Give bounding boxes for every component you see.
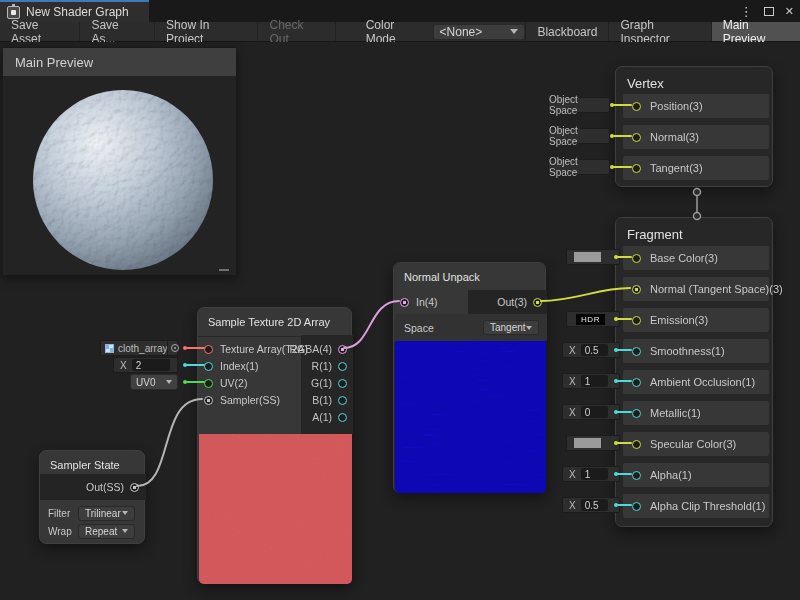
port-label: Smoothness(1) (650, 345, 725, 357)
port-label: Tangent(3) (650, 162, 703, 174)
value-field[interactable]: 0.5 (581, 344, 608, 356)
port-r[interactable] (338, 362, 347, 371)
fragment-row: Metallic(1) (623, 401, 769, 425)
port-label: Ambient Occlusion(1) (650, 376, 755, 388)
port-base-color[interactable] (632, 254, 641, 263)
chevron-down-icon (526, 326, 532, 330)
node-sampler-state[interactable]: Sampler State Out(SS) Filter Trilinear W… (39, 450, 145, 544)
fragment-row: Specular Color(3) (623, 432, 769, 456)
port-tangent[interactable] (632, 164, 641, 173)
node-sample-texture-2d-array[interactable]: Sample Texture 2D Array Texture Array(T2… (197, 307, 352, 584)
main-preview-title: Main Preview (15, 55, 93, 70)
port-label: Position(3) (650, 100, 703, 112)
output-row: B(1) (198, 392, 351, 408)
float-field-smoothness[interactable]: X 0.5 (562, 342, 620, 358)
port-smoothness[interactable] (632, 347, 641, 356)
x-label: X (569, 407, 576, 418)
port-label: In(4) (416, 296, 438, 308)
port-ambient-occlusion[interactable] (632, 378, 641, 387)
port-normal-tangent-space[interactable] (632, 285, 641, 294)
node-fragment[interactable]: Fragment Base Color(3) Normal (Tangent S… (615, 217, 773, 527)
node-title: Sample Texture 2D Array (198, 308, 351, 337)
value-field[interactable]: 0.5 (581, 499, 608, 511)
space-chip-tangent[interactable]: Object Space (548, 159, 610, 175)
port-specular-color[interactable] (632, 440, 641, 449)
space-row: Space Tangent (394, 314, 547, 341)
port-label: A(1) (312, 411, 332, 423)
texture-preview-red (199, 434, 352, 584)
close-icon[interactable]: ✕ (785, 6, 794, 17)
port-label: Out(SS) (86, 481, 124, 493)
color-swatch-base-color[interactable] (566, 249, 620, 265)
check-out-button: Check Out (258, 22, 335, 41)
vertex-row-normal: Normal(3) (623, 125, 769, 149)
space-chip-position[interactable]: Object Space (548, 97, 610, 113)
chevron-down-icon (122, 511, 128, 515)
node-normal-unpack[interactable]: Normal Unpack In(4) Out(3) Space Tangent (393, 262, 546, 493)
color-mode-dropdown[interactable]: <None> (433, 24, 526, 40)
color-mode-value: <None> (440, 25, 483, 39)
port-label: R(1) (312, 360, 332, 372)
maximize-icon[interactable] (764, 7, 774, 16)
value-field[interactable]: 2 (132, 359, 170, 371)
output-row: G(1) (198, 375, 351, 391)
main-preview-button[interactable]: Main Preview (711, 22, 800, 41)
object-picker-icon[interactable] (167, 341, 181, 355)
color-swatch-specular[interactable] (566, 435, 620, 451)
value-field[interactable]: 0 (581, 406, 608, 418)
port-emission[interactable] (632, 316, 641, 325)
value-field[interactable]: 1 (581, 468, 608, 480)
show-in-project-button[interactable]: Show In Project (155, 22, 258, 41)
texture-object-field[interactable]: cloth_array (100, 340, 178, 356)
wrap-dropdown[interactable]: Repeat (78, 524, 135, 539)
uv-channel-dropdown[interactable]: UV0 (130, 374, 178, 390)
resize-handle[interactable] (219, 269, 229, 271)
chevron-down-icon (122, 529, 128, 533)
main-preview-header[interactable]: Main Preview (3, 48, 236, 76)
node-title: Normal Unpack (394, 263, 545, 290)
port-normal[interactable] (632, 133, 641, 142)
filter-dropdown[interactable]: Trilinear (78, 506, 135, 521)
port-in[interactable] (400, 298, 409, 307)
port-out[interactable] (533, 298, 542, 307)
more-menu-icon[interactable]: ⋮ (740, 5, 753, 18)
port-alpha-clip-threshold[interactable] (632, 502, 641, 511)
node-vertex[interactable]: Vertex Position(3) Normal(3) Tangent(3) (615, 66, 773, 187)
port-out-ss[interactable] (130, 483, 139, 492)
hdr-color-field-emission[interactable]: HDR (566, 311, 620, 327)
texture-preview-blue (395, 341, 546, 493)
port-a[interactable] (338, 413, 347, 422)
port-label: Base Color(3) (650, 252, 718, 264)
space-chip-label: Object Space (549, 125, 609, 147)
wrap-label: Wrap (48, 526, 78, 537)
fragment-row: Emission(3) (623, 308, 769, 332)
port-alpha[interactable] (632, 471, 641, 480)
port-rgba[interactable] (338, 345, 347, 354)
float-field-alpha-clip[interactable]: X 0.5 (562, 497, 620, 513)
port-g[interactable] (338, 379, 347, 388)
port-label: Normal(3) (650, 131, 699, 143)
port-label: Emission(3) (650, 314, 708, 326)
graph-inspector-button[interactable]: Graph Inspector (608, 22, 710, 41)
output-row: Out(SS) (40, 474, 146, 500)
x-label: X (120, 360, 127, 371)
float-field-metallic[interactable]: X 0 (562, 404, 620, 420)
space-chip-normal[interactable]: Object Space (548, 128, 610, 144)
space-dropdown[interactable]: Tangent (483, 320, 539, 335)
save-as-button[interactable]: Save As... (80, 22, 155, 41)
toolbar-right: Blackboard Graph Inspector Main Preview (525, 22, 800, 41)
float-field-ambient-occlusion[interactable]: X 1 (562, 373, 620, 389)
save-asset-button[interactable]: Save Asset (0, 22, 80, 41)
float-field-index[interactable]: X 2 (113, 357, 178, 373)
node-title: Sampler State (40, 451, 144, 471)
port-metallic[interactable] (632, 409, 641, 418)
port-position[interactable] (632, 102, 641, 111)
blackboard-button[interactable]: Blackboard (525, 22, 608, 41)
float-field-alpha[interactable]: X 1 (562, 466, 620, 482)
port-b[interactable] (338, 396, 347, 405)
chevron-down-icon (166, 380, 172, 384)
chevron-down-icon (510, 29, 518, 34)
port-label: RGBA(4) (289, 343, 332, 355)
value-field[interactable]: 1 (581, 375, 608, 387)
x-label: X (569, 376, 576, 387)
